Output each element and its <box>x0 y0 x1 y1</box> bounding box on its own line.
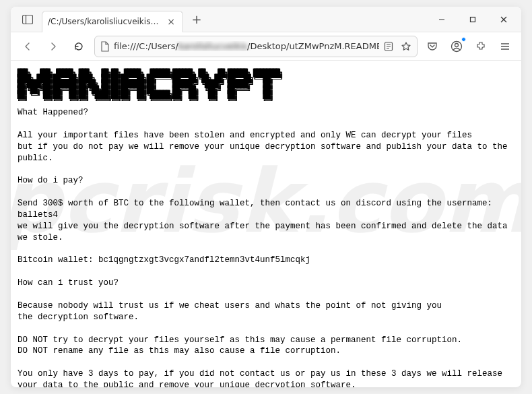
svg-rect-3 <box>471 17 475 22</box>
account-icon[interactable] <box>447 37 466 56</box>
extensions-icon[interactable] <box>471 37 490 56</box>
urlbar-actions <box>383 41 411 52</box>
reader-mode-icon[interactable] <box>383 41 394 52</box>
url-suffix: /Desktop/utZMwPnzM.README.txt <box>247 41 379 51</box>
url-bar[interactable]: file:///C:/Users/karolisliucveikis/Deskt… <box>94 36 418 57</box>
window-controls <box>427 9 519 30</box>
tab-active[interactable]: /C:/Users/karolisliucveikis/Desktop/ × <box>42 11 183 32</box>
forward-button[interactable] <box>43 36 63 57</box>
ransom-body-text: What Happened? All your important files … <box>18 107 514 387</box>
maximize-button[interactable] <box>458 9 488 30</box>
svg-rect-0 <box>23 15 33 24</box>
pocket-icon[interactable] <box>423 37 442 56</box>
new-tab-button[interactable]: + <box>187 10 206 29</box>
titlebar: /C:/Users/karolisliucveikis/Desktop/ × + <box>11 7 521 32</box>
url-text: file:///C:/Users/karolisliucveikis/Deskt… <box>114 41 379 51</box>
ransom-title-ascii: ███╗ ███╗ █████╗ ███╗ ██╗██╗ █████╗ ████… <box>18 71 514 104</box>
tab-close-icon[interactable]: × <box>165 15 177 28</box>
sidebar-toggle-icon[interactable] <box>18 9 38 30</box>
tab-title: /C:/Users/karolisliucveikis/Desktop/ <box>48 17 161 26</box>
reload-button[interactable] <box>69 36 89 57</box>
url-prefix: file:///C:/Users/ <box>114 41 178 51</box>
file-icon <box>100 41 110 52</box>
page-content: pcrisk.com ███╗ ███╗ █████╗ ███╗ ██╗██╗ … <box>11 61 521 387</box>
bookmark-icon[interactable] <box>401 41 411 52</box>
minimize-button[interactable] <box>427 9 457 30</box>
toolbar: file:///C:/Users/karolisliucveikis/Deskt… <box>11 32 521 61</box>
url-user-blurred: karolisliucveikis <box>178 41 247 51</box>
menu-icon[interactable] <box>496 37 514 56</box>
close-button[interactable] <box>489 9 519 30</box>
notification-dot <box>461 37 466 42</box>
svg-point-11 <box>455 43 459 46</box>
browser-window: /C:/Users/karolisliucveikis/Desktop/ × + <box>11 7 521 387</box>
back-button[interactable] <box>18 36 38 57</box>
